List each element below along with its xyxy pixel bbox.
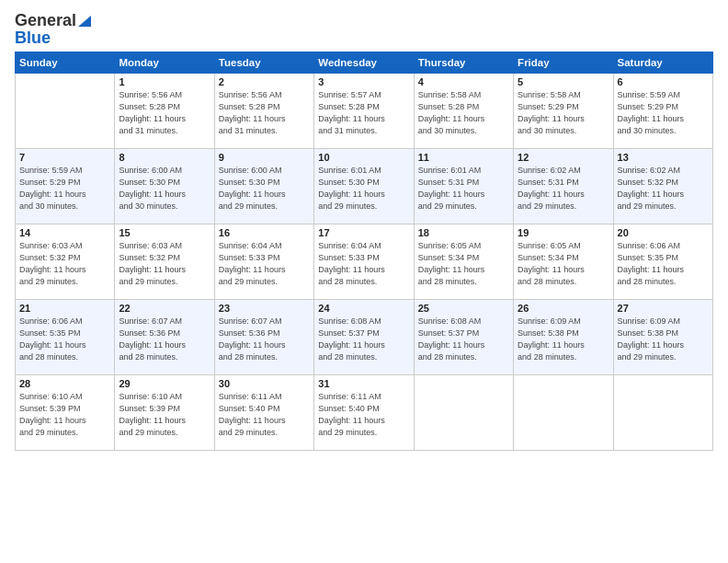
day-number: 28 (19, 378, 110, 389)
cell-info: Sunrise: 5:56 AM Sunset: 5:28 PM Dayligh… (119, 89, 210, 137)
calendar-cell: 3Sunrise: 5:57 AM Sunset: 5:28 PM Daylig… (314, 74, 414, 149)
calendar-cell: 18Sunrise: 6:05 AM Sunset: 5:34 PM Dayli… (414, 224, 513, 300)
calendar-cell: 22Sunrise: 6:07 AM Sunset: 5:36 PM Dayli… (115, 300, 214, 375)
calendar-cell: 29Sunrise: 6:10 AM Sunset: 5:39 PM Dayli… (115, 375, 214, 451)
cell-info: Sunrise: 6:11 AM Sunset: 5:40 PM Dayligh… (219, 391, 310, 439)
day-number: 11 (418, 152, 509, 163)
calendar-cell: 6Sunrise: 5:59 AM Sunset: 5:29 PM Daylig… (613, 74, 712, 149)
day-number: 7 (19, 152, 110, 163)
calendar-cell: 7Sunrise: 5:59 AM Sunset: 5:29 PM Daylig… (16, 149, 115, 224)
calendar-cell: 27Sunrise: 6:09 AM Sunset: 5:38 PM Dayli… (613, 300, 712, 375)
day-number: 24 (318, 303, 409, 314)
day-number: 29 (119, 378, 210, 389)
calendar-cell: 14Sunrise: 6:03 AM Sunset: 5:32 PM Dayli… (16, 224, 115, 300)
cell-info: Sunrise: 5:59 AM Sunset: 5:29 PM Dayligh… (19, 165, 110, 213)
cell-info: Sunrise: 6:00 AM Sunset: 5:30 PM Dayligh… (119, 165, 210, 213)
day-number: 4 (418, 76, 509, 87)
cell-info: Sunrise: 6:04 AM Sunset: 5:33 PM Dayligh… (219, 240, 310, 288)
cell-info: Sunrise: 6:05 AM Sunset: 5:34 PM Dayligh… (418, 240, 509, 288)
day-number: 23 (219, 303, 310, 314)
calendar-cell: 8Sunrise: 6:00 AM Sunset: 5:30 PM Daylig… (115, 149, 214, 224)
cell-info: Sunrise: 6:03 AM Sunset: 5:32 PM Dayligh… (119, 240, 210, 288)
calendar-cell: 9Sunrise: 6:00 AM Sunset: 5:30 PM Daylig… (214, 149, 313, 224)
calendar-cell: 2Sunrise: 5:56 AM Sunset: 5:28 PM Daylig… (214, 74, 313, 149)
cell-info: Sunrise: 6:06 AM Sunset: 5:35 PM Dayligh… (19, 316, 110, 363)
cell-info: Sunrise: 5:58 AM Sunset: 5:29 PM Dayligh… (518, 89, 609, 137)
cell-info: Sunrise: 6:01 AM Sunset: 5:30 PM Dayligh… (318, 165, 409, 213)
cell-info: Sunrise: 6:10 AM Sunset: 5:39 PM Dayligh… (119, 391, 210, 439)
cell-info: Sunrise: 5:57 AM Sunset: 5:28 PM Dayligh… (318, 89, 409, 137)
day-number: 8 (119, 152, 210, 163)
day-number: 15 (119, 227, 210, 238)
cell-info: Sunrise: 6:02 AM Sunset: 5:32 PM Dayligh… (618, 165, 709, 213)
cell-info: Sunrise: 6:09 AM Sunset: 5:38 PM Dayligh… (518, 316, 609, 363)
svg-marker-0 (78, 16, 91, 27)
cell-info: Sunrise: 6:11 AM Sunset: 5:40 PM Dayligh… (318, 391, 409, 439)
day-number: 17 (318, 227, 409, 238)
calendar-container: General Blue SundayMondayTuesdayWednesda… (0, 0, 728, 563)
day-number: 1 (119, 76, 210, 87)
week-row-5: 28Sunrise: 6:10 AM Sunset: 5:39 PM Dayli… (16, 375, 713, 451)
header: General Blue (15, 11, 713, 48)
week-row-3: 14Sunrise: 6:03 AM Sunset: 5:32 PM Dayli… (16, 224, 713, 300)
cell-info: Sunrise: 6:06 AM Sunset: 5:35 PM Dayligh… (618, 240, 709, 288)
calendar-cell: 13Sunrise: 6:02 AM Sunset: 5:32 PM Dayli… (613, 149, 712, 224)
week-row-2: 7Sunrise: 5:59 AM Sunset: 5:29 PM Daylig… (16, 149, 713, 224)
cell-info: Sunrise: 6:01 AM Sunset: 5:31 PM Dayligh… (418, 165, 509, 213)
calendar-cell: 30Sunrise: 6:11 AM Sunset: 5:40 PM Dayli… (214, 375, 313, 451)
calendar-cell (514, 375, 613, 451)
weekday-header-friday: Friday (514, 52, 613, 74)
day-number: 18 (418, 227, 509, 238)
week-row-1: 1Sunrise: 5:56 AM Sunset: 5:28 PM Daylig… (16, 74, 713, 149)
calendar-cell: 11Sunrise: 6:01 AM Sunset: 5:31 PM Dayli… (414, 149, 513, 224)
calendar-cell: 12Sunrise: 6:02 AM Sunset: 5:31 PM Dayli… (514, 149, 613, 224)
cell-info: Sunrise: 6:04 AM Sunset: 5:33 PM Dayligh… (318, 240, 409, 288)
calendar-cell: 21Sunrise: 6:06 AM Sunset: 5:35 PM Dayli… (16, 300, 115, 375)
calendar-table: SundayMondayTuesdayWednesdayThursdayFrid… (15, 52, 713, 451)
cell-info: Sunrise: 6:00 AM Sunset: 5:30 PM Dayligh… (219, 165, 310, 213)
calendar-cell: 24Sunrise: 6:08 AM Sunset: 5:37 PM Dayli… (314, 300, 414, 375)
cell-info: Sunrise: 5:58 AM Sunset: 5:28 PM Dayligh… (418, 89, 509, 137)
calendar-cell (613, 375, 712, 451)
calendar-cell: 5Sunrise: 5:58 AM Sunset: 5:29 PM Daylig… (514, 74, 613, 149)
cell-info: Sunrise: 5:56 AM Sunset: 5:28 PM Dayligh… (219, 89, 310, 137)
calendar-cell (16, 74, 115, 149)
day-number: 22 (119, 303, 210, 314)
weekday-header-sunday: Sunday (16, 52, 115, 74)
calendar-cell: 23Sunrise: 6:07 AM Sunset: 5:36 PM Dayli… (214, 300, 313, 375)
cell-info: Sunrise: 6:09 AM Sunset: 5:38 PM Dayligh… (618, 316, 709, 363)
day-number: 20 (618, 227, 709, 238)
day-number: 3 (318, 76, 409, 87)
day-number: 9 (219, 152, 310, 163)
weekday-header-thursday: Thursday (414, 52, 513, 74)
calendar-cell: 19Sunrise: 6:05 AM Sunset: 5:34 PM Dayli… (514, 224, 613, 300)
day-number: 31 (318, 378, 409, 389)
calendar-cell: 20Sunrise: 6:06 AM Sunset: 5:35 PM Dayli… (613, 224, 712, 300)
calendar-cell: 15Sunrise: 6:03 AM Sunset: 5:32 PM Dayli… (115, 224, 214, 300)
calendar-cell: 16Sunrise: 6:04 AM Sunset: 5:33 PM Dayli… (214, 224, 313, 300)
calendar-cell: 28Sunrise: 6:10 AM Sunset: 5:39 PM Dayli… (16, 375, 115, 451)
calendar-cell: 10Sunrise: 6:01 AM Sunset: 5:30 PM Dayli… (314, 149, 414, 224)
cell-info: Sunrise: 5:59 AM Sunset: 5:29 PM Dayligh… (618, 89, 709, 137)
day-number: 21 (19, 303, 110, 314)
cell-info: Sunrise: 6:07 AM Sunset: 5:36 PM Dayligh… (219, 316, 310, 363)
cell-info: Sunrise: 6:08 AM Sunset: 5:37 PM Dayligh… (318, 316, 409, 363)
cell-info: Sunrise: 6:07 AM Sunset: 5:36 PM Dayligh… (119, 316, 210, 363)
day-number: 25 (418, 303, 509, 314)
day-number: 6 (618, 76, 709, 87)
cell-info: Sunrise: 6:05 AM Sunset: 5:34 PM Dayligh… (518, 240, 609, 288)
calendar-cell: 1Sunrise: 5:56 AM Sunset: 5:28 PM Daylig… (115, 74, 214, 149)
logo-general-text: General (15, 11, 76, 30)
logo-blue-text: Blue (15, 29, 51, 48)
calendar-cell: 4Sunrise: 5:58 AM Sunset: 5:28 PM Daylig… (414, 74, 513, 149)
day-number: 19 (518, 227, 609, 238)
calendar-cell (414, 375, 513, 451)
weekday-header-saturday: Saturday (613, 52, 712, 74)
calendar-cell: 25Sunrise: 6:08 AM Sunset: 5:37 PM Dayli… (414, 300, 513, 375)
calendar-cell: 31Sunrise: 6:11 AM Sunset: 5:40 PM Dayli… (314, 375, 414, 451)
day-number: 14 (19, 227, 110, 238)
day-number: 30 (219, 378, 310, 389)
logo: General Blue (15, 11, 91, 48)
day-number: 10 (318, 152, 409, 163)
weekday-header-monday: Monday (115, 52, 214, 74)
